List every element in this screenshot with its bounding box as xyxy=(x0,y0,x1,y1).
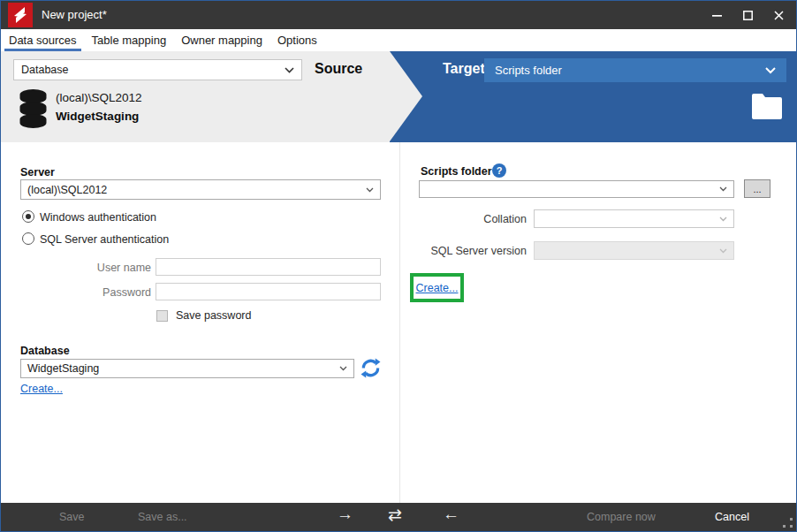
chevron-down-icon xyxy=(719,186,727,192)
database-value: WidgetStaging xyxy=(27,362,99,375)
copy-left-arrow-icon[interactable]: ← xyxy=(443,505,459,524)
collation-label: Collation xyxy=(425,213,527,225)
create-scripts-folder-link[interactable]: Create... xyxy=(416,282,459,294)
source-type-dropdown[interactable]: Database xyxy=(13,59,302,80)
database-dropdown[interactable]: WidgetStaging xyxy=(20,359,354,378)
user-name-input[interactable] xyxy=(156,258,381,276)
source-target-banner: Database Source (local)\SQL2012 WidgetSt… xyxy=(1,51,797,142)
save-password-label: Save password xyxy=(176,309,251,322)
chevron-down-icon xyxy=(765,67,776,74)
radio-windows-authentication[interactable] xyxy=(22,210,34,223)
user-name-label: User name xyxy=(54,262,151,274)
chevron-down-icon xyxy=(719,248,727,254)
save-button[interactable]: Save xyxy=(59,511,85,523)
main-content: Server (local)\SQL2012 Windows authentic… xyxy=(1,142,797,503)
help-icon[interactable]: ? xyxy=(492,163,506,178)
source-arrow-shape xyxy=(390,51,422,141)
password-input[interactable] xyxy=(156,283,381,300)
folder-icon xyxy=(750,92,784,125)
chevron-down-icon xyxy=(719,217,727,222)
chevron-down-icon xyxy=(366,187,374,193)
save-password-checkbox[interactable] xyxy=(156,310,168,322)
radio-sql-server-authentication[interactable] xyxy=(22,232,34,245)
sql-server-version-dropdown xyxy=(534,241,734,260)
tab-options[interactable]: Options xyxy=(273,29,322,51)
refresh-icon[interactable] xyxy=(361,358,381,382)
app-window: New project* Data sources Table mapping … xyxy=(0,0,797,532)
tab-label: Owner mapping xyxy=(181,34,262,47)
swap-direction-icon[interactable]: ⇄ xyxy=(388,505,402,525)
database-label: Database xyxy=(20,345,70,357)
target-type-value: Scripts folder xyxy=(495,64,562,77)
close-icon[interactable] xyxy=(763,1,794,29)
sql-server-version-label: SQL Server version xyxy=(425,245,527,257)
browse-button[interactable]: ... xyxy=(744,179,770,198)
target-heading: Target xyxy=(443,61,485,77)
bottom-bar: Save Save as... → ⇄ ← Compare now Cancel xyxy=(1,503,797,532)
cancel-button[interactable]: Cancel xyxy=(715,511,749,523)
chevron-down-icon xyxy=(339,366,347,371)
help-glyph: ? xyxy=(497,165,503,176)
app-logo-icon xyxy=(8,3,33,27)
database-cylinder-icon xyxy=(19,88,48,133)
scripts-folder-dropdown[interactable] xyxy=(419,180,734,198)
source-heading: Source xyxy=(315,61,362,77)
resize-grip-icon[interactable] xyxy=(783,518,793,528)
copy-right-arrow-icon[interactable]: → xyxy=(337,505,353,524)
tab-data-sources[interactable]: Data sources xyxy=(4,29,81,51)
windows-authentication-label: Windows authentication xyxy=(40,211,156,224)
server-label: Server xyxy=(20,166,55,179)
collation-dropdown[interactable] xyxy=(534,209,734,228)
server-value: (local)\SQL2012 xyxy=(27,184,107,196)
create-database-link[interactable]: Create... xyxy=(20,383,63,395)
tab-label: Data sources xyxy=(9,34,77,47)
scripts-folder-label: Scripts folder xyxy=(421,165,492,178)
source-server-text: (local)\SQL2012 xyxy=(56,91,142,104)
tab-label: Options xyxy=(277,34,317,47)
password-label: Password xyxy=(54,286,151,299)
panel-divider xyxy=(399,142,400,503)
maximize-icon[interactable] xyxy=(732,1,763,29)
source-type-value: Database xyxy=(21,64,69,76)
target-type-dropdown[interactable]: Scripts folder xyxy=(484,58,786,82)
source-database-text: WidgetStaging xyxy=(56,110,139,123)
sql-server-authentication-label: SQL Server authentication xyxy=(40,233,169,246)
tab-table-mapping[interactable]: Table mapping xyxy=(87,29,171,51)
highlight-box: Create... xyxy=(410,273,464,302)
server-dropdown[interactable]: (local)\SQL2012 xyxy=(20,179,381,200)
window-controls xyxy=(702,1,794,29)
tab-label: Table mapping xyxy=(92,34,167,47)
minimize-icon[interactable] xyxy=(702,1,732,29)
tab-owner-mapping[interactable]: Owner mapping xyxy=(177,29,267,51)
tab-bar: Data sources Table mapping Owner mapping… xyxy=(1,29,796,51)
chevron-down-icon xyxy=(285,67,294,73)
title-bar: New project* xyxy=(1,1,796,29)
compare-now-button[interactable]: Compare now xyxy=(587,511,656,523)
window-title: New project* xyxy=(42,8,107,21)
save-as-button[interactable]: Save as... xyxy=(138,511,187,523)
